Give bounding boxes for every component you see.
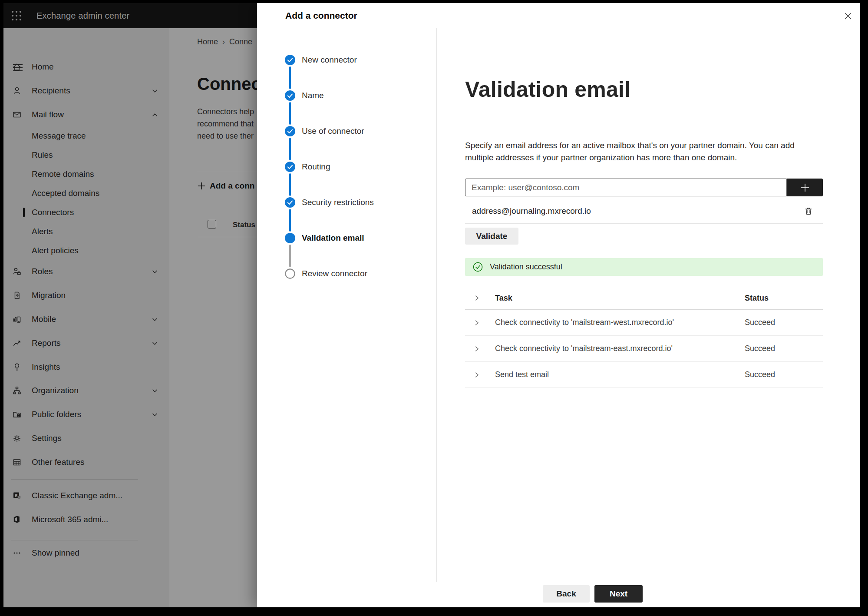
status-cell: Succeed — [745, 336, 775, 361]
added-address-row: address@journaling.mxrecord.io — [465, 198, 823, 224]
added-address: address@journaling.mxrecord.io — [472, 198, 591, 224]
step-connector-line — [289, 209, 291, 232]
email-entry-row — [465, 179, 823, 196]
step-connector-line — [289, 66, 291, 89]
step-indicator-current — [285, 233, 295, 243]
wizard-step-use-of-connector[interactable]: Use of connector — [302, 126, 364, 136]
screenshot-frame: Exchange admin center HomeRecipientsMail… — [0, 0, 868, 616]
status-cell: Succeed — [745, 362, 775, 387]
wizard-step-security-restrictions[interactable]: Security restrictions — [302, 197, 374, 208]
step-indicator-complete — [285, 90, 295, 101]
task-cell: Check connectivity to 'mailstream-west.m… — [495, 310, 674, 335]
table-header-row: Task Status — [465, 287, 823, 310]
task-column-header: Task — [495, 287, 512, 309]
expand-row-chevron-icon[interactable] — [473, 345, 480, 352]
task-cell: Send test email — [495, 362, 549, 387]
step-connector-line — [289, 138, 291, 160]
email-input[interactable] — [465, 179, 787, 196]
panel-title: Add a connector — [285, 3, 357, 28]
panel-footer: Back Next — [257, 582, 860, 607]
wizard-steps-nav: New connectorNameUse of connectorRouting… — [257, 28, 437, 607]
validate-button[interactable]: Validate — [465, 228, 518, 245]
add-email-button[interactable] — [787, 179, 823, 196]
add-connector-panel: Add a connector New connectorNameUse of … — [257, 3, 860, 607]
step-indicator-complete — [285, 162, 295, 172]
step-heading: Validation email — [465, 77, 630, 102]
status-column-header: Status — [745, 287, 769, 309]
success-check-icon — [473, 262, 483, 272]
step-indicator-complete — [285, 55, 295, 65]
validation-task-row[interactable]: Check connectivity to 'mailstream-east.m… — [465, 336, 823, 362]
step-indicator-upcoming — [285, 268, 295, 279]
validation-task-row[interactable]: Check connectivity to 'mailstream-west.m… — [465, 310, 823, 336]
delete-address-icon[interactable] — [803, 205, 814, 217]
wizard-step-validation-email[interactable]: Validation email — [302, 233, 364, 243]
validation-success-banner: Validation successful — [465, 258, 823, 276]
status-cell: Succeed — [745, 310, 775, 335]
step-indicator-complete — [285, 197, 295, 208]
panel-content: Validation email Specify an email addres… — [437, 28, 860, 607]
expand-row-chevron-icon[interactable] — [473, 319, 480, 326]
wizard-step-new-connector[interactable]: New connector — [302, 55, 357, 65]
back-button[interactable]: Back — [543, 585, 590, 603]
close-icon[interactable] — [842, 10, 855, 23]
banner-text: Validation successful — [490, 262, 562, 272]
wizard-step-name[interactable]: Name — [302, 90, 324, 101]
panel-header: Add a connector — [257, 3, 860, 28]
expand-row-chevron-icon[interactable] — [473, 371, 480, 378]
task-cell: Check connectivity to 'mailstream-east.m… — [495, 336, 673, 361]
step-connector-line — [289, 245, 291, 267]
validation-results-table: Task Status Check connectivity to 'mails… — [465, 287, 823, 388]
wizard-step-review-connector[interactable]: Review connector — [302, 268, 367, 279]
expand-all-chevron-icon[interactable] — [473, 295, 480, 301]
app-window: Exchange admin center HomeRecipientsMail… — [3, 3, 860, 607]
wizard-step-routing[interactable]: Routing — [302, 162, 330, 172]
step-connector-line — [289, 102, 291, 125]
step-indicator-complete — [285, 126, 295, 136]
step-description: Specify an email address for an active m… — [465, 139, 808, 163]
step-connector-line — [289, 173, 291, 196]
next-button[interactable]: Next — [594, 585, 643, 603]
validation-task-row[interactable]: Send test emailSucceed — [465, 362, 823, 388]
